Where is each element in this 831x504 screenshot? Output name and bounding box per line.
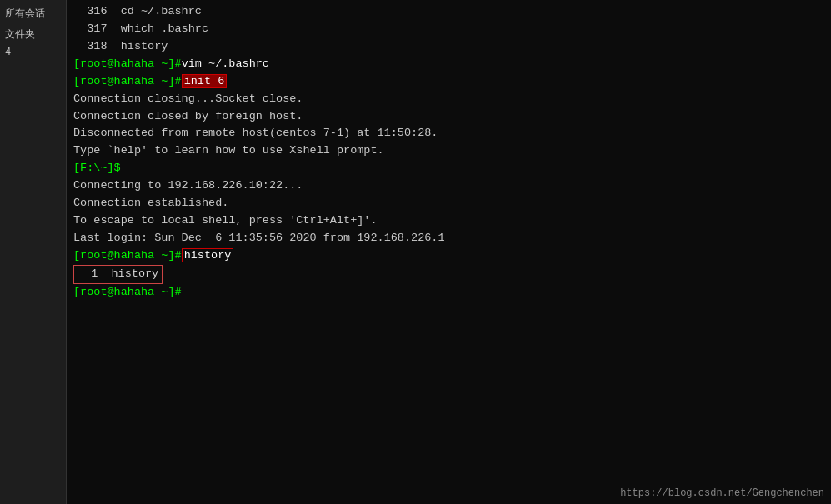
csdn-link: https://blog.csdn.net/Gengchenchen [620,487,824,499]
term-line: [root@hahaha ~]# [73,284,824,302]
term-line: 1 history [73,265,824,284]
term-line: [F:\~]$ [73,160,824,177]
term-line: Connection closed by foreign host. [73,108,824,126]
term-line: [root@hahaha ~]#init 6 [73,73,824,91]
sidebar-item-all-sessions[interactable]: 所有会话 [0,3,66,24]
sidebar-item-folder[interactable]: 文件夹 [0,24,66,45]
term-line: 317 which .bashrc [73,21,824,38]
term-line: To escape to local shell, press 'Ctrl+Al… [73,212,824,230]
term-line: 318 history [73,38,824,56]
term-line: [root@hahaha ~]#vim ~/.bashrc [73,56,824,73]
sidebar: 所有会话 文件夹 4 [0,0,67,504]
term-line: Disconnected from remote host(centos 7-1… [73,125,824,142]
term-line: Last login: Sun Dec 6 11:35:56 2020 from… [73,230,824,247]
term-line: Connection closing...Socket close. [73,91,824,108]
term-line: 316 cd ~/.bashrc [73,3,824,21]
term-line: Connection established. [73,195,824,212]
terminal: 316 cd ~/.bashrc 317 which .bashrc 318 h… [67,0,831,504]
term-line: Connecting to 192.168.226.10:22... [73,177,824,195]
term-line: Type `help' to learn how to use Xshell p… [73,142,824,160]
term-line: [root@hahaha ~]#history [73,247,824,265]
sidebar-number: 4 [0,45,66,60]
